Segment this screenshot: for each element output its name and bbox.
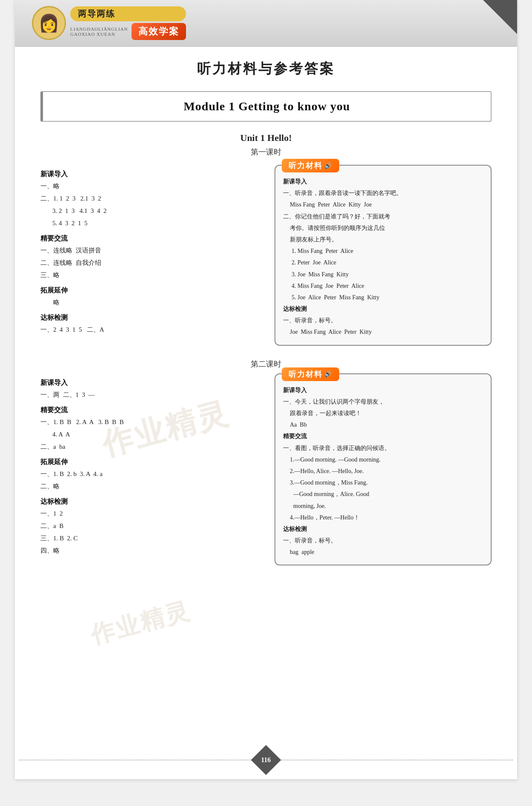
page-title: 听力材料与参考答案 bbox=[40, 60, 492, 78]
dotted-line-right bbox=[281, 760, 513, 760]
dabiao-content-2: 一、1 2 二、a B 三、1. B 2. C 四、略 bbox=[40, 508, 257, 556]
module-title-box: Module 1 Getting to know you bbox=[40, 91, 492, 122]
lesson1-right-col: 听力材料 新课导入 一、听录音，跟着录音读一读下面的名字吧。 Miss Fang… bbox=[270, 165, 492, 353]
lesson2-label: 第二课时 bbox=[40, 359, 492, 369]
lesson2-left-col: 新课导入 一、两 二、1 3 — 精要交流 一、1. B B 2. A A 3.… bbox=[40, 373, 262, 573]
lesson1-two-col: 新课导入 一、略 二、1. 1 2 3 2.1 3 2 3. 2 1 3 4.1… bbox=[40, 165, 492, 353]
watermark2: 作业精灵 bbox=[87, 594, 194, 652]
tuozhan-content-2: 一、1. B 2. b 3. A 4. a 二、略 bbox=[40, 468, 257, 492]
header: 👩 两导两练 LIANGDAOLIĀNGLIAN GAOXIAO XUEAN 高… bbox=[15, 0, 517, 47]
logo-circle: 👩 bbox=[32, 6, 66, 40]
unit-title: Unit 1 Hello! bbox=[40, 132, 492, 143]
dabiaojiance-content-1: 一、2 4 3 1 5 二、A bbox=[40, 324, 257, 336]
page-number-area: 116 bbox=[15, 749, 517, 771]
dabiao-heading-2: 达标检测 bbox=[40, 497, 257, 506]
listen-box-2-content: 新课导入 一、今天，让我们认识两个字母朋友， 跟着录音，一起来读读吧！ Aa B… bbox=[283, 385, 483, 558]
module-title: Module 1 Getting to know you bbox=[60, 100, 474, 113]
dotted-line-left bbox=[19, 760, 251, 760]
jingshijiaoliu-content-1: 一、连线略 汉语拼音 二、连线略 自我介绍 三、略 bbox=[40, 245, 257, 281]
xinkejudao-heading-1: 新课导入 bbox=[40, 170, 257, 179]
corner-triangle bbox=[483, 0, 517, 34]
listen-box-1: 听力材料 新课导入 一、听录音，跟着录音读一读下面的名字吧。 Miss Fang… bbox=[275, 165, 492, 346]
listen-title-1: 听力材料 bbox=[282, 159, 339, 172]
brand-pinyin: LIANGDAOLIĀNGLIAN bbox=[70, 26, 128, 32]
page: 👩 两导两练 LIANGDAOLIĀNGLIAN GAOXIAO XUEAN 高… bbox=[15, 0, 517, 779]
brand-bottom-row: LIANGDAOLIĀNGLIAN GAOXIAO XUEAN 高效学案 bbox=[70, 23, 186, 40]
jingshijiaoliu-heading-1: 精要交流 bbox=[40, 234, 257, 243]
brand-chinese: 高效学案 bbox=[132, 23, 186, 40]
jingshijiaoliu-heading-2: 精要交流 bbox=[40, 406, 257, 415]
lesson2-two-col: 新课导入 一、两 二、1 3 — 精要交流 一、1. B B 2. A A 3.… bbox=[40, 373, 492, 573]
logo-figure: 👩 bbox=[38, 13, 60, 33]
brand-container: 两导两练 LIANGDAOLIĀNGLIAN GAOXIAO XUEAN 高效学… bbox=[70, 6, 186, 40]
listen-box-2: 听力材料 新课导入 一、今天，让我们认识两个字母朋友， 跟着录音，一起来读读吧！… bbox=[275, 373, 492, 566]
lesson1-left-col: 新课导入 一、略 二、1. 1 2 3 2.1 3 2 3. 2 1 3 4.1… bbox=[40, 165, 262, 353]
tuozhan-heading-2: 拓展延伸 bbox=[40, 458, 257, 467]
listen-title-2: 听力材料 bbox=[282, 367, 339, 381]
jingshijiaoliu-content-2: 一、1. B B 2. A A 3. B B B 4. A A 二、a ba bbox=[40, 416, 257, 453]
page-number: 116 bbox=[261, 756, 271, 764]
header-logo: 👩 两导两练 LIANGDAOLIĀNGLIAN GAOXIAO XUEAN 高… bbox=[32, 6, 186, 40]
xinkejudao-heading-2: 新课导入 bbox=[40, 379, 257, 387]
page-num-diamond-container: 116 bbox=[255, 749, 277, 771]
lesson2-right-col: 听力材料 新课导入 一、今天，让我们认识两个字母朋友， 跟着录音，一起来读读吧！… bbox=[270, 373, 492, 573]
page-num-diamond: 116 bbox=[251, 745, 281, 775]
xinkejudao-content-1: 一、略 二、1. 1 2 3 2.1 3 2 3. 2 1 3 4.1 3 4 … bbox=[40, 181, 257, 229]
brand-top: 两导两练 bbox=[70, 6, 186, 21]
tuozhan-heading-1: 拓展延伸 bbox=[40, 286, 257, 295]
dabiaojiance-heading-1: 达标检测 bbox=[40, 313, 257, 322]
xinkejudao-content-2: 一、两 二、1 3 — bbox=[40, 389, 257, 401]
lesson1-label: 第一课时 bbox=[40, 147, 492, 157]
listen-box-1-content: 新课导入 一、听录音，跟着录音读一读下面的名字吧。 Miss Fang Pete… bbox=[283, 176, 483, 338]
brand-pinyin2: GAOXIAO XUEAN bbox=[70, 32, 128, 37]
tuozhan-content-1: 略 bbox=[40, 297, 257, 308]
main-content: 听力材料与参考答案 Module 1 Getting to know you U… bbox=[15, 47, 517, 585]
